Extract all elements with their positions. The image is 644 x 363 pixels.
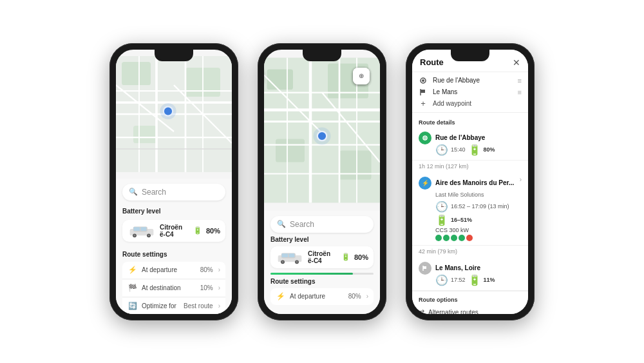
route-stop-destination: Le Mans, Loire 🕒 17:52 🔋 11% [412,257,528,291]
route-options-title: Route options [412,294,528,304]
search-icon: 🔍 [129,188,138,196]
phone-1-search-bar[interactable]: 🔍 Search [122,184,225,201]
stop-destination-time-row: 🕒 17:52 🔋 11% [435,274,522,286]
route-details-title: Route details [412,117,528,127]
route-item-departure-2[interactable]: ⚡ At departure 80% › [270,288,374,305]
stop-origin-name: Rue de l'Abbaye [435,134,485,141]
svg-point-20 [134,234,136,236]
svg-rect-53 [421,90,425,93]
destination-icon: 🏁 [128,283,138,293]
stop-charger-type: CCS 300 kW [435,227,516,233]
stop-destination-header: Le Mans, Loire 🕒 17:52 🔋 11% [419,261,522,286]
car-name-1: Citroën ë-C4 [160,224,189,238]
progress-fill-2 [270,273,353,275]
battery-label-2: Battery level [270,236,374,243]
car-row-2: Citroën ë-C4 🔋 80% [270,246,374,268]
phones-container: 🔍 Search Battery level [97,30,547,333]
svg-point-46 [282,260,284,262]
phone-2-search-bar[interactable]: 🔍 Search [270,216,374,233]
phone-2-content: 🔍 Search Battery level [264,211,380,314]
phone-1-screen: 🔍 Search Battery level [116,50,232,314]
stop-charging-header: ⚡ Aire des Manoirs du Per... Last Mile S… [419,176,522,241]
phone-3: Route ✕ Rue de l'Abbaye ≡ [406,43,535,320]
departure-icon: ⚡ [128,265,138,275]
stop-charging-time-row: 🕒 16:52 – 17:09 (13 min) [435,201,516,213]
origin-icon [419,76,428,85]
car-image-1 [128,224,156,238]
stop-destination-icon [419,262,431,275]
stop-origin-header: Rue de l'Abbaye 🕒 15:40 🔋 80% [419,131,522,156]
alt-routes-row[interactable]: ⇄ Alternative routes › [412,304,528,314]
svg-rect-26 [267,69,294,90]
route-item-optimize[interactable]: 🔄 Optimize for Best route › [122,298,225,314]
route-settings-label-1: Route settings [122,251,225,258]
phone-2-map: ⚙ ⛽ ◈ ⊕ [264,50,380,211]
origin-handle: ≡ [518,77,522,84]
locate-btn[interactable]: ⊕ [353,68,370,84]
car-image-2 [276,250,304,264]
phone-2: ⚙ ⛽ ◈ ⊕ 🔍 Search Battery level [258,43,386,320]
route-settings-label-2: Route settings [270,278,374,285]
route-settings-list-2: ⚡ At departure 80% › [270,288,374,305]
svg-rect-49 [282,253,289,257]
alt-routes-icon: ⇄ [419,308,424,314]
route-item-destination[interactable]: 🏁 At destination 10% › [122,280,225,297]
svg-point-42 [314,127,331,144]
segment-info-2: 42 min (79 km) [412,246,528,257]
departure-icon-2: ⚡ [276,291,286,302]
optimize-icon: 🔄 [128,301,138,311]
stop-charging-battery-row: 🔋 16–51% [435,214,516,226]
waypoint-destination: Le Mans ≡ [419,88,522,97]
close-button[interactable]: ✕ [513,57,520,68]
add-waypoint-row[interactable]: + Add waypoint [419,99,522,108]
svg-point-52 [422,79,424,82]
segment-info-1: 1h 12 min (127 km) [412,161,528,172]
route-stop-charging[interactable]: ⚡ Aire des Manoirs du Per... Last Mile S… [412,172,528,246]
stop-origin-icon [419,132,431,144]
route-options-section: Route options ⇄ Alternative routes › [412,291,528,314]
notch-3 [451,50,489,61]
svg-point-48 [296,260,298,262]
route-settings-list-1: ⚡ At departure 80% › 🏁 At destination 10… [122,262,225,314]
route-waypoints: Rue de l'Abbaye ≡ Le Mans ≡ + Add waypoi… [412,72,528,113]
car-row-1: Citroën ë-C4 🔋 80% [122,220,225,242]
stop-charging-name: Aire des Manoirs du Per... [435,179,514,186]
alt-routes-label: Alternative routes [428,309,516,314]
svg-rect-28 [276,139,305,162]
svg-rect-23 [134,227,140,231]
search-placeholder: Search [142,188,166,197]
dot-4 [459,235,465,241]
battery-pct-1: 80% [206,227,220,235]
route-item-departure[interactable]: ⚡ At departure 80% › [122,262,225,279]
battery-section-label: Battery level [122,204,225,216]
dot-2 [443,235,450,241]
svg-rect-3 [133,126,156,143]
charging-dots [435,235,516,241]
stop-destination-name: Le Mans, Loire [435,264,480,271]
route-details-section: Route details Rue de l'Abbaye 🕒 [412,113,528,314]
battery-icon-1: 🔋 [193,226,202,235]
dot-3 [451,235,457,241]
destination-handle: ≡ [518,88,522,96]
notch-2 [303,50,341,61]
progress-bar-2 [270,273,374,275]
svg-rect-50 [289,253,295,257]
add-waypoint-icon: + [419,99,428,108]
add-waypoint-text: Add waypoint [433,100,471,107]
stop-charging-chevron: › [520,176,522,183]
svg-point-56 [424,137,426,139]
svg-rect-1 [122,62,151,85]
stop-origin-details: Rue de l'Abbaye 🕒 15:40 🔋 80% [435,131,522,156]
waypoint-origin-text: Rue de l'Abbaye [433,77,513,84]
svg-point-16 [160,103,176,119]
stop-origin-time-row: 🕒 15:40 🔋 80% [435,144,522,156]
battery-pct-2: 80% [354,253,368,261]
stop-charging-details: Aire des Manoirs du Per... Last Mile Sol… [435,176,516,241]
phone-2-screen: ⚙ ⛽ ◈ ⊕ 🔍 Search Battery level [264,50,380,314]
stop-destination-details: Le Mans, Loire 🕒 17:52 🔋 11% [435,261,522,286]
alt-routes-chevron: › [520,309,522,314]
dot-1 [435,235,442,241]
stop-charging-subtitle: Last Mile Solutions [435,191,484,198]
phone-1-content: 🔍 Search Battery level [116,179,232,314]
route-panel: Route ✕ Rue de l'Abbaye ≡ [412,50,528,314]
